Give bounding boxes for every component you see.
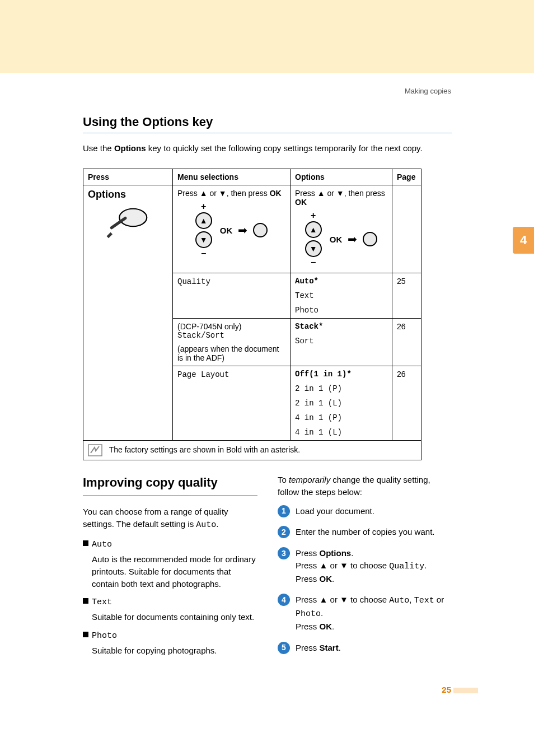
- opt-4l: 4 in 1 (L): [295, 428, 387, 437]
- ok-button-icon-2: [363, 232, 377, 246]
- cell-quality-opts: Auto* Text Photo: [291, 273, 392, 319]
- step-number-icon: 2: [278, 526, 290, 538]
- page-number: 25: [442, 685, 451, 694]
- s3g: ▼: [340, 561, 348, 570]
- ok-group-2: OK ➡: [330, 232, 378, 246]
- cell-quality-page: 25: [392, 273, 421, 319]
- section-using-options-key: Using the Options key: [83, 115, 452, 133]
- note-icon: [88, 444, 102, 456]
- step-number-icon: 3: [278, 547, 290, 559]
- step-number-icon: 5: [278, 642, 290, 654]
- minus-icon: −: [201, 249, 206, 258]
- plus-icon-2: +: [311, 211, 316, 220]
- two-column-section: Improving copy quality You can choose fr…: [83, 474, 452, 663]
- s4f: Auto: [389, 596, 409, 605]
- s5c: .: [339, 643, 341, 652]
- s4c: or: [327, 595, 340, 604]
- s4j: Photo: [296, 609, 321, 619]
- footnote-text: The factory settings are shown in Bold w…: [109, 445, 301, 454]
- cell-stack-menu: (DCP-7045N only) Stack/Sort (appears whe…: [173, 319, 291, 366]
- bullet-icon: [83, 598, 88, 604]
- up-button-icon: ▲: [195, 212, 212, 229]
- item-text-desc: Suitable for documents containing only t…: [92, 611, 257, 623]
- step-5: 5 Press Start.: [278, 642, 452, 654]
- hint2-down: ▼: [336, 189, 344, 198]
- intro-pre: Use the: [83, 143, 114, 153]
- list-item: Auto Auto is the recommended mode for or…: [83, 538, 257, 590]
- hint2-post: , then press: [344, 189, 385, 198]
- nav-cluster-2: + ▲ ▼ −: [305, 211, 322, 267]
- hint-post: , then press: [227, 189, 270, 198]
- svg-marker-2: [106, 232, 113, 239]
- hint2-pre: Press: [295, 189, 317, 198]
- hint-up: ▲: [200, 189, 208, 198]
- opt-text: Text: [295, 291, 387, 300]
- opt-sort: Sort: [295, 337, 387, 346]
- plus-icon: +: [201, 202, 206, 211]
- step-1: 1Load your document.: [278, 505, 452, 517]
- hint2-ok: OK: [295, 198, 307, 207]
- ok-label-2: OK: [330, 235, 343, 244]
- item-auto-desc: Auto is the recommended mode for ordinar…: [92, 553, 257, 590]
- temporarily-lead: To temporarily change the quality settin…: [278, 474, 452, 498]
- minus-icon-2: −: [311, 258, 316, 267]
- page-content: Using the Options key Use the Options ke…: [83, 115, 452, 663]
- s3m: .: [332, 574, 334, 584]
- cell-menu-hint: Press ▲ or ▼, then press OK + ▲ ▼ − OK ➡: [173, 185, 291, 273]
- opt-photo: Photo: [295, 306, 387, 315]
- s3j: .: [424, 561, 427, 570]
- page-number-bar: [453, 688, 478, 693]
- cell-stack-opts: Stack* Sort: [291, 319, 392, 366]
- step1-text: Load your document.: [296, 506, 374, 516]
- th-options: Options: [291, 169, 392, 185]
- s3h: to choose: [348, 561, 389, 570]
- th-press: Press: [83, 169, 173, 185]
- chapter-tab: 4: [513, 227, 534, 254]
- hint-down: ▼: [219, 189, 227, 198]
- q-intro-post: .: [216, 519, 218, 529]
- right-column: To temporarily change the quality settin…: [278, 474, 452, 663]
- cell-layout-opts: Off(1 in 1)* 2 in 1 (P) 2 in 1 (L) 4 in …: [291, 366, 392, 441]
- item-text-name: Text: [92, 598, 112, 607]
- item-photo-desc: Suitable for copying photographs.: [92, 645, 257, 657]
- s3l: OK: [320, 574, 332, 584]
- down-button-icon-2: ▼: [305, 240, 322, 257]
- cell-footnote: The factory settings are shown in Bold w…: [83, 441, 421, 460]
- ok-button-icon: [253, 223, 268, 237]
- cell-stack-page: 26: [392, 319, 421, 366]
- stack-note: (DCP-7045N only): [177, 322, 285, 331]
- step-4: 4 Press ▲ or ▼ to choose Auto, Text or P…: [278, 594, 452, 632]
- s3d: Press: [296, 561, 320, 570]
- nav-diagram-options: + ▲ ▼ − OK ➡: [295, 211, 387, 267]
- th-page: Page: [392, 169, 421, 185]
- opt-4p: 4 in 1 (P): [295, 413, 387, 422]
- item-photo-name: Photo: [92, 631, 117, 641]
- step-2: 2Enter the number of copies you want.: [278, 526, 452, 538]
- s3f: or: [327, 561, 340, 570]
- nav-cluster: + ▲ ▼ −: [195, 202, 212, 258]
- intro-text: Use the Options key to quickly set the f…: [83, 143, 452, 153]
- cell-layout-menu: Page Layout: [173, 366, 291, 441]
- s3a: Press: [296, 548, 320, 558]
- layout-menu: Page Layout: [177, 370, 229, 379]
- breadcrumb: Making copies: [405, 87, 451, 95]
- q-intro-mono: Auto: [196, 520, 216, 530]
- steps-list: 1Load your document. 2Enter the number o…: [278, 505, 452, 654]
- up-button-icon-2: ▲: [305, 221, 322, 238]
- options-table: Press Menu selections Options Page Optio…: [83, 169, 421, 460]
- section-improving-copy-quality: Improving copy quality: [83, 474, 257, 496]
- opt-2l: 2 in 1 (L): [295, 399, 387, 408]
- bullet-icon: [83, 540, 88, 546]
- hint-mid: or: [208, 189, 219, 198]
- cell-press-key: Options: [83, 185, 173, 441]
- step-number-icon: 1: [278, 505, 290, 517]
- header-band: [0, 0, 534, 73]
- s4i: or: [434, 595, 444, 604]
- opt-2p: 2 in 1 (P): [295, 384, 387, 393]
- s4a: Press: [296, 595, 320, 604]
- options-key-icon: [103, 204, 153, 243]
- s3c: .: [351, 548, 353, 558]
- s3k: Press: [296, 574, 320, 584]
- down-button-icon: ▼: [195, 231, 212, 248]
- s4k: .: [321, 608, 323, 618]
